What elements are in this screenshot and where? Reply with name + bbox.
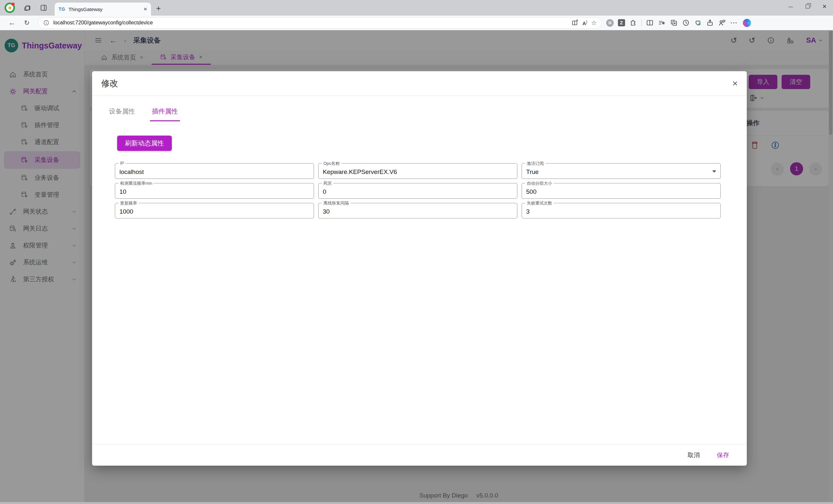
field-label: 死区 xyxy=(322,180,334,186)
active-subscribe-select[interactable] xyxy=(522,163,720,178)
plugin-fields: IP Opc名称 激活订阅 检测重连频率min 死区 自动分组大小 xyxy=(115,163,747,219)
modal-footer: 取消 保存 xyxy=(92,444,747,465)
split-window-icon[interactable] xyxy=(646,19,654,27)
field-active-subscribe: 激活订阅 xyxy=(522,163,721,179)
ip-input[interactable] xyxy=(115,163,314,178)
tab-device-properties[interactable]: 设备属性 xyxy=(107,107,137,121)
field-offline-recover-interval: 离线恢复间隔 xyxy=(318,203,517,219)
refresh-dynamic-properties-button[interactable]: 刷新动态属性 xyxy=(117,135,172,151)
tab-favicon: TG xyxy=(58,6,65,12)
field-label: 离线恢复间隔 xyxy=(322,200,351,206)
cancel-button[interactable]: 取消 xyxy=(688,451,700,459)
deadband-input[interactable] xyxy=(318,183,517,198)
save-button[interactable]: 保存 xyxy=(717,451,729,459)
tab-plugin-properties[interactable]: 插件属性 xyxy=(150,107,180,121)
field-label: Opc名称 xyxy=(322,161,341,167)
feedback-icon[interactable] xyxy=(718,19,726,27)
split-screen-add-icon[interactable] xyxy=(571,19,578,26)
tab-title: ThingsGateway xyxy=(68,6,140,12)
screen: TG ThingsGateway localhost:7200/gatewayc… xyxy=(0,0,833,504)
modal-close-icon[interactable] xyxy=(733,79,738,88)
field-label: 激活订阅 xyxy=(525,161,545,167)
field-opc-name: Opc名称 xyxy=(318,163,517,179)
opc-name-input[interactable] xyxy=(318,163,517,178)
copilot-icon[interactable] xyxy=(743,19,751,27)
field-label: 检测重连频率min xyxy=(118,180,154,186)
field-label: 自动分组大小 xyxy=(525,180,554,186)
field-deadband: 死区 xyxy=(318,183,517,199)
modal-tabs: 设备属性 插件属性 xyxy=(107,107,747,121)
close-icon[interactable] xyxy=(816,0,833,13)
history-icon[interactable] xyxy=(682,19,690,27)
field-update-rate: 更新频率 xyxy=(115,203,314,219)
bottom-edge xyxy=(0,502,833,504)
more-options-icon[interactable] xyxy=(730,19,737,27)
modal-title: 修改 xyxy=(101,78,118,89)
browser-back-icon[interactable] xyxy=(8,19,16,27)
browser-essentials-icon[interactable] xyxy=(694,19,702,27)
edit-modal: 修改 设备属性 插件属性 刷新动态属性 IP Opc名称 激活订阅 检测重 xyxy=(92,71,747,465)
minimize-icon[interactable] xyxy=(782,0,799,13)
browser-toolbar: localhost:7200/gatewayconfig/collectdevi… xyxy=(0,16,833,30)
restore-icon[interactable] xyxy=(799,0,816,13)
field-reconnect-freq: 检测重连频率min xyxy=(115,183,314,199)
browser-tab[interactable]: TG ThingsGateway xyxy=(55,3,151,16)
workspaces-icon[interactable] xyxy=(23,4,31,12)
copy-page-icon[interactable] xyxy=(670,19,678,27)
notification-badge xyxy=(11,3,15,6)
url-text[interactable]: localhost:7200/gatewayconfig/collectdevi… xyxy=(53,20,568,26)
field-label: IP xyxy=(118,161,126,166)
read-aloud-icon[interactable]: A) xyxy=(582,20,587,26)
tab-close-icon[interactable] xyxy=(143,5,147,13)
browser-titlebar: TG ThingsGateway xyxy=(0,0,833,16)
address-bar[interactable]: localhost:7200/gatewayconfig/collectdevi… xyxy=(38,17,602,29)
tab-actions-icon[interactable] xyxy=(40,4,48,12)
field-retry-count: 失败重试次数 xyxy=(522,203,721,219)
browser-logo-icon[interactable] xyxy=(4,3,15,13)
update-rate-input[interactable] xyxy=(115,203,314,218)
site-info-icon[interactable] xyxy=(43,20,49,26)
select-caret-icon[interactable] xyxy=(712,170,716,173)
field-ip: IP xyxy=(115,163,314,179)
zotero-extension-icon[interactable]: Z xyxy=(618,19,625,26)
field-label: 失败重试次数 xyxy=(525,200,554,206)
favorite-star-icon[interactable] xyxy=(591,19,597,27)
extension-badge-icon[interactable] xyxy=(606,19,614,27)
field-group-size: 自动分组大小 xyxy=(522,183,721,199)
collections-icon[interactable] xyxy=(658,19,666,27)
new-tab-icon[interactable] xyxy=(156,4,161,13)
share-icon[interactable] xyxy=(706,19,714,27)
extensions-row: Z xyxy=(606,19,751,27)
modal-header: 修改 xyxy=(92,71,747,96)
browser-reload-icon[interactable] xyxy=(24,19,30,27)
puzzle-extensions-icon[interactable] xyxy=(629,19,637,27)
field-label: 更新频率 xyxy=(118,200,139,206)
